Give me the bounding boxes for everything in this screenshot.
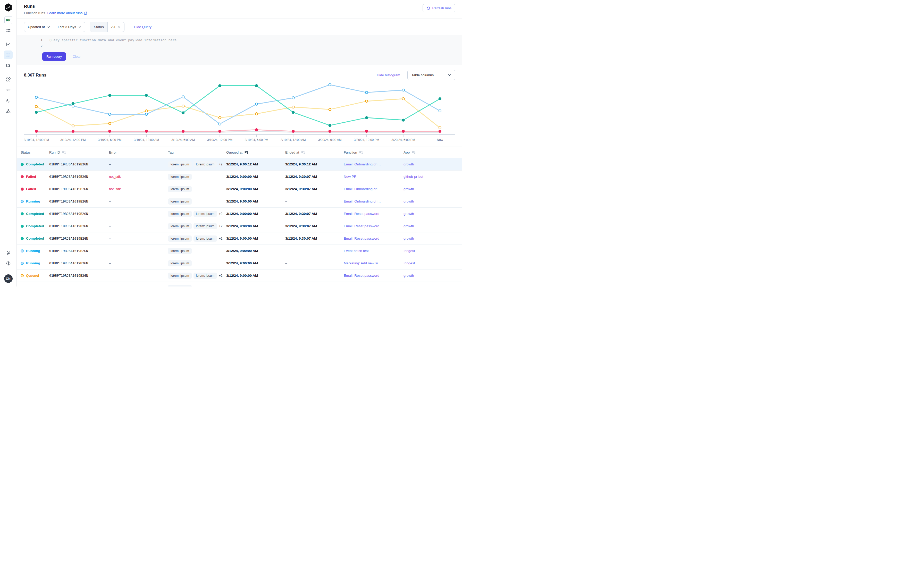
function-link[interactable]: Event batch test: [344, 249, 404, 253]
data-point-failed[interactable]: [145, 130, 148, 132]
sidebar-item-trace-search[interactable]: [4, 61, 13, 70]
data-point-running[interactable]: [255, 103, 258, 105]
function-link[interactable]: Email: Reset password: [344, 224, 404, 228]
data-point-failed[interactable]: [219, 130, 221, 132]
data-point-running[interactable]: [182, 96, 184, 98]
table-row[interactable]: Running 01HRPT19RJSA1019B2GN – lorem: ip…: [17, 195, 462, 208]
sort-icon[interactable]: [244, 151, 248, 154]
data-point-failed[interactable]: [329, 130, 331, 132]
table-row[interactable]: Failed 01HRPT19RJSA1019B2GN not_sdk lore…: [17, 171, 462, 183]
data-point-queued[interactable]: [402, 98, 404, 100]
sidebar-item-functions[interactable]: [4, 86, 13, 94]
refresh-runs-button[interactable]: Refresh runs: [423, 4, 455, 13]
sidebar-item-webhook[interactable]: [4, 106, 13, 116]
data-point-running[interactable]: [402, 89, 404, 91]
function-link[interactable]: Email: Reset password: [344, 212, 404, 216]
data-point-completed[interactable]: [365, 116, 368, 119]
data-point-completed[interactable]: [439, 98, 441, 100]
data-point-running[interactable]: [72, 105, 74, 107]
function-link[interactable]: Email: Onboarding dri…: [344, 187, 404, 191]
column-header-app[interactable]: App: [404, 150, 455, 154]
function-link[interactable]: Email: Onboarding dri…: [344, 286, 404, 286]
data-point-completed[interactable]: [219, 85, 221, 87]
data-point-failed[interactable]: [365, 130, 368, 132]
data-point-failed[interactable]: [108, 130, 111, 132]
data-point-running[interactable]: [35, 96, 38, 99]
app-link[interactable]: Inngest: [404, 261, 455, 265]
column-header-run-id[interactable]: Run ID: [49, 150, 109, 154]
query-editor[interactable]: 1Query specific function data and event …: [17, 35, 462, 65]
query-line[interactable]: 1Query specific function data and event …: [17, 37, 462, 43]
function-link[interactable]: Email: Onboarding dri…: [344, 199, 404, 203]
column-header-queued-at[interactable]: Queued at: [226, 150, 285, 154]
inngest-logo-icon[interactable]: [4, 3, 13, 12]
column-header-function[interactable]: Function: [344, 150, 404, 154]
app-link[interactable]: growth: [404, 212, 455, 216]
run-query-button[interactable]: Run query: [42, 52, 66, 61]
data-point-failed[interactable]: [182, 130, 184, 132]
status-filter-dropdown[interactable]: All: [108, 22, 124, 32]
data-point-completed[interactable]: [182, 111, 184, 114]
data-point-queued[interactable]: [145, 110, 148, 112]
data-point-queued[interactable]: [439, 127, 441, 129]
table-row[interactable]: Queued 01HRPT19RJSA1019B2GN – lorem: ips…: [17, 269, 462, 282]
function-link[interactable]: Marketing: Add new si…: [344, 261, 404, 265]
data-point-failed[interactable]: [255, 128, 258, 131]
user-avatar[interactable]: CN: [4, 274, 13, 283]
app-link[interactable]: growth: [404, 162, 455, 166]
data-point-queued[interactable]: [365, 100, 368, 102]
data-point-running[interactable]: [108, 113, 111, 116]
function-link[interactable]: Email: Onboarding dri…: [344, 162, 404, 166]
data-point-completed[interactable]: [292, 111, 294, 113]
data-point-completed[interactable]: [402, 119, 404, 121]
clear-query-button[interactable]: Clear: [73, 55, 81, 58]
sort-icon[interactable]: [301, 151, 305, 154]
data-point-queued[interactable]: [108, 122, 111, 125]
app-link[interactable]: Inngest: [404, 249, 455, 253]
data-point-queued[interactable]: [329, 108, 331, 111]
app-link[interactable]: growth: [404, 224, 455, 228]
data-point-failed[interactable]: [402, 130, 404, 132]
data-point-completed[interactable]: [145, 94, 148, 97]
table-columns-dropdown[interactable]: Table columns: [407, 70, 455, 80]
table-row[interactable]: Running 01HRPT19RJSA1019B2GN – lorem: ip…: [17, 245, 462, 257]
data-point-queued[interactable]: [255, 113, 258, 115]
data-point-completed[interactable]: [72, 103, 74, 105]
data-point-queued[interactable]: [182, 105, 184, 107]
sidebar-item-metrics[interactable]: [4, 40, 13, 49]
data-point-completed[interactable]: [35, 111, 38, 113]
data-point-queued[interactable]: [72, 125, 74, 127]
sort-icon[interactable]: [359, 151, 363, 154]
data-point-queued[interactable]: [292, 106, 294, 108]
table-row[interactable]: Completed 01HRPT19RJSA1019B2GN – lorem: …: [17, 220, 462, 232]
learn-more-link[interactable]: Learn more about runs: [47, 11, 88, 15]
app-link[interactable]: growth: [404, 236, 455, 240]
table-row[interactable]: Completed 01HRPT19RJSA1019B2GN – lorem: …: [17, 158, 462, 171]
data-point-running[interactable]: [439, 110, 441, 112]
sort-field-dropdown[interactable]: Updated at: [24, 22, 54, 32]
app-link[interactable]: github-pr-bot: [404, 175, 455, 178]
data-point-failed[interactable]: [72, 130, 74, 132]
table-row[interactable]: Completed 01HRPT19RJSA1019B2GN – lorem: …: [17, 208, 462, 220]
data-point-completed[interactable]: [255, 85, 258, 87]
data-point-running[interactable]: [292, 97, 294, 99]
data-point-queued[interactable]: [35, 105, 38, 108]
data-point-failed[interactable]: [35, 130, 38, 132]
data-point-completed[interactable]: [329, 124, 331, 127]
data-point-running[interactable]: [329, 83, 331, 86]
function-link[interactable]: Email: Reset password: [344, 236, 404, 240]
data-point-running[interactable]: [145, 113, 148, 116]
function-link[interactable]: New PR: [344, 175, 404, 178]
app-link[interactable]: growth: [404, 274, 455, 277]
hide-histogram-link[interactable]: Hide histogram: [377, 73, 400, 77]
data-point-running[interactable]: [219, 123, 221, 125]
app-link[interactable]: growth: [404, 286, 455, 286]
sidebar-item-sliders[interactable]: [4, 26, 13, 35]
table-row[interactable]: Completed 01HRPT19RJSA1019B2GN – lorem: …: [17, 232, 462, 245]
data-point-failed[interactable]: [292, 130, 294, 132]
sidebar-item-runs[interactable]: [4, 50, 13, 59]
data-point-running[interactable]: [365, 91, 368, 94]
table-row[interactable]: Cancelled 01HRPT19RJSA1019B2GN – lorem: …: [17, 282, 462, 286]
sort-icon[interactable]: [62, 151, 66, 154]
function-link[interactable]: Email: Reset password: [344, 274, 404, 277]
